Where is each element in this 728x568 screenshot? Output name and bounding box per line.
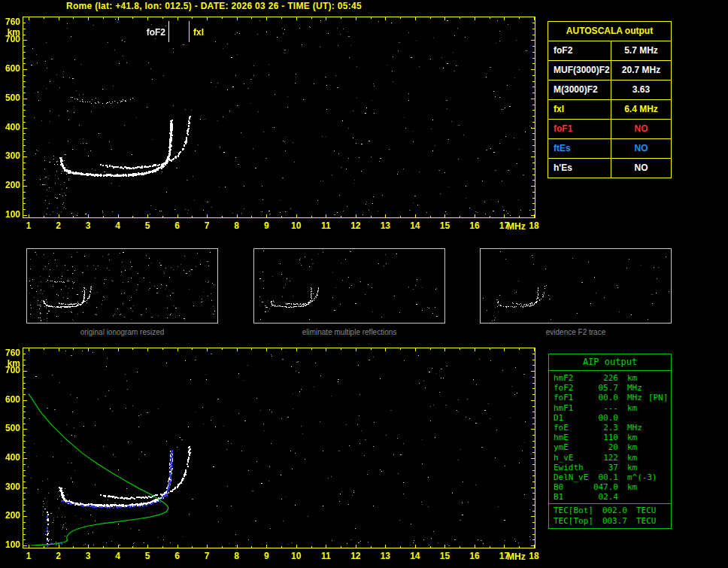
- ionogram-canvas: [23, 17, 535, 217]
- aip-row-d1: D100.0: [554, 413, 671, 423]
- table-row-fxi: fxI 6.4 MHz: [548, 100, 671, 120]
- aip-table-title: AIP output: [549, 354, 671, 371]
- restored-ionogram-chart: [23, 348, 535, 548]
- thumbnail-canvas: [481, 249, 671, 323]
- param-value: NO: [611, 159, 671, 178]
- aip-row-fof2: foF205.7MHz: [554, 383, 671, 393]
- table-row-fof2: foF2 5.7 MHz: [548, 41, 671, 61]
- x-axis-label: 13: [377, 551, 393, 560]
- x-axis-label: 2: [50, 221, 67, 230]
- aip-row-yme: ymE20km: [554, 442, 671, 452]
- autoscala-table-title: AUTOSCALA output: [548, 22, 671, 41]
- table-row-m3000f2: M(3000)F2 3.63: [548, 80, 671, 100]
- x-axis-label: 11: [317, 551, 334, 560]
- x-axis-unit-label: MHz: [507, 552, 526, 562]
- x-axis-label: 8: [229, 221, 245, 230]
- thumbnail-caption: original ionogram resized: [26, 328, 218, 336]
- x-axis-label: 9: [258, 551, 275, 560]
- x-axis-label: 6: [169, 551, 186, 560]
- y-axis-label: 600: [0, 395, 20, 405]
- aip-row-hmf1: hmF1---km: [554, 403, 671, 413]
- x-axis-label: 14: [407, 551, 423, 560]
- param-value: 6.4 MHz: [611, 100, 671, 119]
- y-axis-label: 760: [0, 17, 20, 27]
- table-row-muf3000f2: MUF(3000)F2 20.7 MHz: [548, 61, 671, 80]
- param-label: MUF(3000)F2: [548, 61, 611, 80]
- aip-row-b1: B102.4: [554, 492, 671, 502]
- x-axis-label: 12: [347, 221, 364, 230]
- fxi-marker-line: [189, 21, 190, 42]
- y-axis-label: 400: [0, 123, 20, 132]
- y-axis-unit-label: km: [0, 28, 20, 38]
- y-axis-label: 600: [0, 64, 20, 74]
- x-axis-label: 12: [347, 551, 364, 560]
- param-value: NO: [611, 139, 671, 158]
- y-axis-label: 200: [0, 511, 20, 521]
- x-axis-label: 16: [466, 551, 483, 560]
- param-value: 3.63: [611, 80, 671, 99]
- aip-row-hve: h_vE122km: [554, 453, 671, 463]
- param-label: M(3000)F2: [548, 80, 611, 99]
- autoscala-output-table: AUTOSCALA output foF2 5.7 MHz MUF(3000)F…: [548, 21, 672, 178]
- x-axis-label: 9: [258, 221, 275, 230]
- aip-row-delnve: DelN_vE00.1m^(-3): [554, 472, 671, 482]
- aip-row-tec-top: TEC[Top]003.7TECU: [554, 516, 671, 526]
- x-axis-label: 11: [317, 221, 334, 230]
- x-axis-label: 15: [436, 221, 453, 230]
- x-axis-label: 10: [288, 551, 305, 560]
- param-value: 5.7 MHz: [611, 41, 671, 60]
- x-axis-label: 4: [110, 221, 126, 230]
- aip-row-hmf2: hmF2226km: [554, 373, 671, 383]
- y-axis-label: 300: [0, 151, 20, 161]
- aip-row-hme: hmE110km: [554, 433, 671, 442]
- y-axis-label: 300: [0, 482, 20, 492]
- x-axis-label: 4: [110, 551, 126, 560]
- y-axis-label: 100: [0, 210, 20, 220]
- fof2-marker-line: [168, 21, 169, 42]
- restored-ionogram-canvas: [23, 348, 535, 548]
- param-value: NO: [611, 120, 671, 138]
- x-axis-label: 18: [526, 221, 542, 230]
- thumbnail-canvas: [254, 249, 444, 323]
- x-axis-label: 13: [377, 221, 393, 230]
- param-label: ftEs: [548, 139, 611, 158]
- fof2-marker-label: foF2: [137, 28, 165, 38]
- x-axis-label: 3: [80, 551, 96, 560]
- y-axis-label: 400: [0, 453, 20, 463]
- aip-output-table: AIP output hmF2226km foF205.7MHz foF100.…: [548, 354, 672, 529]
- param-label: h'Es: [548, 159, 611, 178]
- y-axis-label: 500: [0, 424, 20, 433]
- x-axis-label: 14: [407, 221, 423, 230]
- fxi-marker-label: fxI: [193, 28, 204, 38]
- thumbnail-eliminate-reflections: [253, 248, 445, 323]
- x-axis-label: 7: [199, 221, 215, 230]
- aip-rows: hmF2226km foF205.7MHz foF100.0MHz[PN] hm…: [549, 371, 671, 503]
- thumbnail-caption: evidence F2 trace: [480, 328, 672, 336]
- y-axis-unit-label: km: [0, 359, 20, 369]
- x-axis-label: 16: [466, 221, 483, 230]
- thumbnail-original-ionogram: [26, 248, 218, 323]
- aip-row-foe: foE2.3MHz: [554, 423, 671, 433]
- x-axis-label: 1: [20, 551, 37, 560]
- table-row-fof1: foF1 NO: [548, 120, 671, 139]
- y-axis-label: 760: [0, 348, 20, 358]
- x-axis-label: 1: [20, 221, 37, 230]
- page-title: Rome (lat: +41.8, lon: 012.5) - DATE: 20…: [66, 1, 362, 11]
- table-row-ftes: ftEs NO: [548, 139, 671, 159]
- x-axis-label: 18: [526, 551, 542, 560]
- aip-row-ewidth: Ewidth37km: [554, 463, 671, 472]
- thumbnail-evidence-f2-trace: [480, 248, 672, 323]
- x-axis-label: 10: [288, 221, 305, 230]
- aip-row-fof1: foF100.0MHz[PN]: [554, 393, 671, 402]
- thumbnail-canvas: [27, 249, 217, 323]
- aip-tec-section: TEC[Bot]002.0TECU TEC[Top]003.7TECU: [549, 503, 671, 527]
- aip-row-tec-bot: TEC[Bot]002.0TECU: [554, 506, 671, 515]
- param-value: 20.7 MHz: [611, 61, 671, 80]
- param-label: foF1: [548, 120, 611, 138]
- y-axis-label: 100: [0, 540, 20, 550]
- param-label: foF2: [548, 41, 611, 60]
- x-axis-label: 3: [80, 221, 96, 230]
- x-axis-unit-label: MHz: [507, 222, 526, 232]
- x-axis-label: 5: [139, 551, 156, 560]
- x-axis-label: 6: [169, 221, 186, 230]
